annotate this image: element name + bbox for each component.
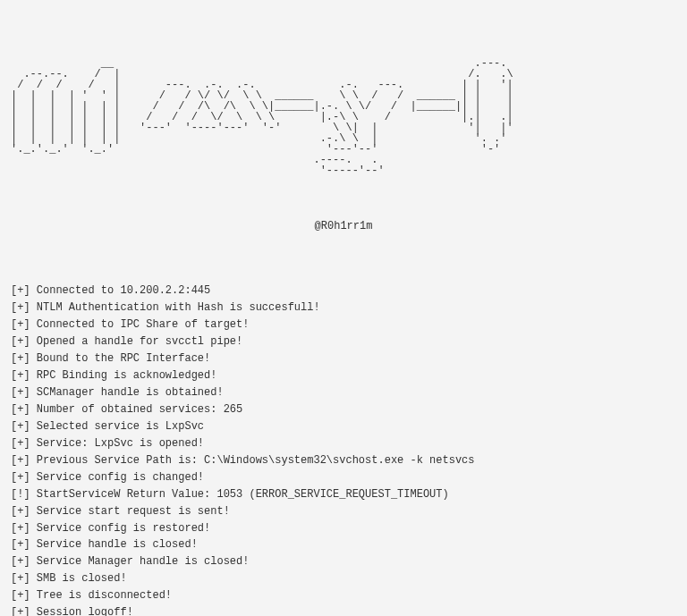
author-handle: @R0h1rr1m [11, 221, 676, 233]
log-prefix: [+] [11, 403, 30, 416]
log-prefix: [+] [11, 369, 30, 382]
log-line: [+] Service Manager handle is closed! [11, 553, 676, 570]
log-text: NTLM Authentication with Hash is succesf… [30, 301, 320, 314]
log-prefix: [+] [11, 538, 30, 551]
ascii-art-banner: __ .---. .--.--. / | /. .\ / / / / | ---… [11, 58, 676, 176]
log-prefix: [+] [11, 352, 30, 365]
log-line: [+] Connected to IPC Share of target! [11, 316, 676, 333]
log-line: [+] Service handle is closed! [11, 536, 676, 553]
log-text: Service Manager handle is closed! [30, 555, 250, 568]
log-prefix: [+] [11, 505, 30, 518]
log-prefix: [+] [11, 386, 30, 399]
log-prefix: [+] [11, 572, 30, 585]
log-prefix: [+] [11, 301, 30, 314]
log-line: [+] SMB is closed! [11, 570, 676, 587]
log-line: [+] Connected to 10.200.2.2:445 [11, 283, 676, 300]
log-line: [+] RPC Binding is acknowledged! [11, 367, 676, 384]
log-line: [+] Number of obtained services: 265 [11, 401, 676, 418]
log-text: SMB is closed! [30, 572, 127, 585]
log-line: [+] Tree is disconnected! [11, 587, 676, 604]
log-prefix: [+] [11, 471, 30, 484]
log-line: [!] StartServiceW Return Value: 1053 (ER… [11, 486, 676, 503]
log-text: Number of obtained services: 265 [30, 403, 243, 416]
log-text: Selected service is LxpSvc [30, 420, 204, 433]
log-line: [+] Service config is restored! [11, 520, 676, 537]
log-prefix: [+] [11, 420, 30, 433]
log-line: [+] NTLM Authentication with Hash is suc… [11, 300, 676, 316]
log-prefix: [+] [11, 454, 30, 467]
log-line: [+] Selected service is LxpSvc [11, 418, 676, 435]
log-prefix: [+] [11, 522, 30, 535]
log-prefix: [+] [11, 606, 30, 616]
log-text: RPC Binding is acknowledged! [30, 369, 217, 382]
log-text: Bound to the RPC Interface! [30, 352, 211, 365]
log-prefix: [+] [11, 589, 30, 602]
log-text: Service start request is sent! [30, 505, 230, 518]
log-line: [+] Service start request is sent! [11, 503, 676, 520]
log-line: [+] Session logoff! [11, 604, 676, 616]
log-text: Service config is changed! [30, 471, 204, 484]
log-prefix: [!] [11, 488, 30, 501]
log-prefix: [+] [11, 437, 30, 450]
log-line: [+] SCManager handle is obtained! [11, 384, 676, 401]
log-text: Connected to IPC Share of target! [30, 318, 250, 331]
log-text: Service handle is closed! [30, 538, 198, 551]
log-line: [+] Opened a handle for svcctl pipe! [11, 333, 676, 350]
log-text: Previous Service Path is: C:\Windows\sys… [30, 454, 475, 467]
log-line: [+] Previous Service Path is: C:\Windows… [11, 452, 676, 469]
log-text: StartServiceW Return Value: 1053 (ERROR_… [30, 488, 449, 501]
log-output: [+] Connected to 10.200.2.2:445[+] NTLM … [11, 283, 676, 616]
log-prefix: [+] [11, 284, 30, 297]
log-text: Session logoff! [30, 606, 133, 616]
log-text: Tree is disconnected! [30, 589, 172, 602]
log-prefix: [+] [11, 555, 30, 568]
log-line: [+] Service: LxpSvc is opened! [11, 435, 676, 452]
log-text: Service: LxpSvc is opened! [30, 437, 204, 450]
log-line: [+] Bound to the RPC Interface! [11, 350, 676, 367]
log-text: Service config is restored! [30, 522, 211, 535]
log-prefix: [+] [11, 335, 30, 348]
log-line: [+] Service config is changed! [11, 469, 676, 486]
log-text: Opened a handle for svcctl pipe! [30, 335, 243, 348]
log-prefix: [+] [11, 318, 30, 331]
log-text: Connected to 10.200.2.2:445 [30, 284, 211, 297]
log-text: SCManager handle is obtained! [30, 386, 224, 399]
